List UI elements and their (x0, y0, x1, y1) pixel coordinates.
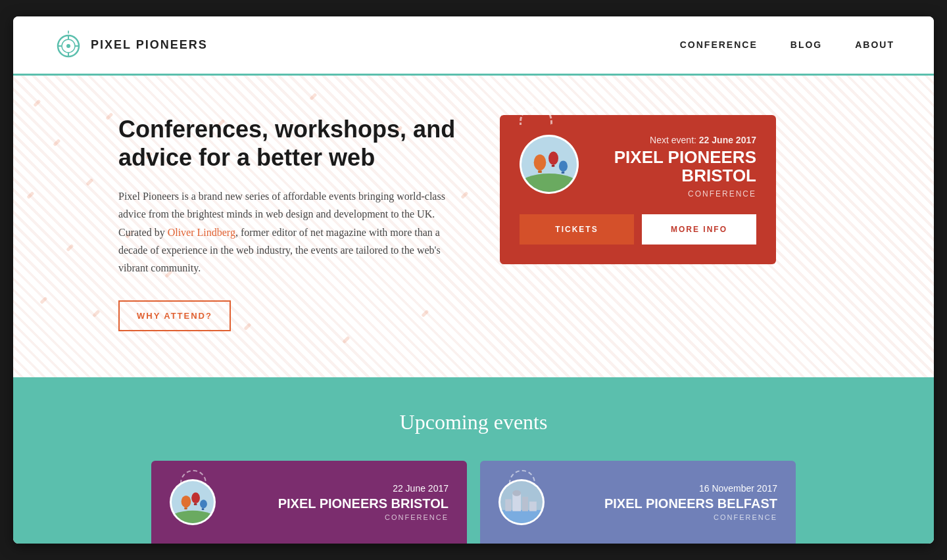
svg-point-31 (559, 160, 568, 172)
svg-point-27 (534, 154, 546, 170)
bristol-tile-icon (172, 481, 214, 523)
svg-rect-45 (522, 497, 528, 511)
event-type: CONFERENCE (592, 189, 756, 198)
bristol-badge-icon (522, 137, 577, 192)
nav-conference[interactable]: CONFERENCE (680, 39, 758, 50)
author-link[interactable]: Oliver Lindberg (168, 227, 235, 238)
event-actions: TICKETS MORE INFO (520, 214, 756, 245)
belfast-type: CONFERENCE (555, 513, 777, 521)
svg-rect-38 (194, 503, 197, 505)
svg-rect-32 (562, 172, 565, 174)
bristol-tile-badge-wrapper (170, 479, 216, 525)
svg-rect-43 (505, 500, 511, 511)
svg-rect-15 (92, 310, 100, 317)
belfast-name: PIXEL PIONEERS BELFAST (555, 496, 777, 511)
tickets-button[interactable]: TICKETS (520, 214, 634, 245)
bristol-date: 22 June 2017 (226, 483, 449, 494)
svg-rect-8 (53, 139, 61, 147)
upcoming-title: Upcoming events (66, 410, 881, 434)
hero-heading: Conferences, workshops, and advice for a… (118, 115, 460, 172)
svg-rect-20 (309, 93, 317, 101)
event-card: Next event: 22 June 2017 PIXEL PIONEERS … (500, 115, 776, 264)
svg-rect-12 (105, 112, 113, 120)
belfast-event-tile[interactable]: 16 November 2017 PIXEL PIONEERS BELFAST … (480, 461, 796, 544)
browser-frame: PIXEL PIONEERS CONFERENCE BLOG ABOUT (13, 16, 934, 544)
svg-rect-40 (202, 508, 205, 510)
event-name: PIXEL PIONEERS BRISTOL (592, 148, 756, 185)
upcoming-section: Upcoming events (13, 377, 934, 544)
svg-point-6 (66, 44, 70, 48)
svg-rect-21 (342, 336, 350, 344)
svg-point-37 (191, 493, 200, 503)
hero-section: Conferences, workshops, and advice for a… (13, 76, 934, 377)
svg-rect-10 (66, 244, 74, 252)
svg-point-47 (512, 490, 521, 496)
main-nav: CONFERENCE BLOG ABOUT (680, 39, 894, 50)
belfast-tile-badge-wrapper (498, 479, 545, 525)
events-grid: 22 June 2017 PIXEL PIONEERS BRISTOL CONF… (66, 461, 881, 544)
nav-about[interactable]: ABOUT (855, 39, 894, 50)
event-text: Next event: 22 June 2017 PIXEL PIONEERS … (592, 135, 756, 198)
svg-rect-13 (85, 178, 93, 186)
hero-left: Conferences, workshops, and advice for a… (118, 115, 460, 331)
svg-point-29 (548, 151, 558, 165)
belfast-tile-text: 16 November 2017 PIXEL PIONEERS BELFAST … (555, 483, 777, 521)
bristol-tile-badge (170, 479, 216, 525)
logo-icon (53, 29, 84, 60)
svg-point-35 (182, 496, 191, 507)
svg-rect-30 (552, 165, 555, 167)
site-header: PIXEL PIONEERS CONFERENCE BLOG ABOUT (13, 16, 934, 76)
svg-rect-7 (33, 99, 41, 107)
event-badge (520, 135, 579, 194)
svg-rect-46 (529, 502, 537, 511)
svg-rect-24 (460, 191, 468, 199)
event-card-dashes (520, 105, 552, 125)
svg-rect-28 (538, 170, 542, 173)
logo-text: PIXEL PIONEERS (91, 38, 208, 52)
logo[interactable]: PIXEL PIONEERS (53, 29, 208, 60)
more-info-button[interactable]: MORE INFO (642, 214, 756, 245)
svg-rect-36 (184, 507, 187, 509)
bristol-tile-text: 22 June 2017 PIXEL PIONEERS BRISTOL CONF… (226, 483, 449, 521)
bristol-type: CONFERENCE (226, 513, 449, 521)
svg-point-39 (200, 500, 207, 508)
bristol-event-tile[interactable]: 22 June 2017 PIXEL PIONEERS BRISTOL CONF… (151, 461, 467, 544)
event-next-label: Next event: 22 June 2017 (592, 135, 756, 145)
belfast-date: 16 November 2017 (555, 483, 777, 494)
svg-rect-11 (39, 296, 47, 304)
svg-point-26 (522, 174, 577, 192)
belfast-tile-icon (500, 481, 543, 523)
bristol-name: PIXEL PIONEERS BRISTOL (226, 496, 449, 511)
nav-blog[interactable]: BLOG (790, 39, 822, 50)
svg-rect-9 (26, 191, 34, 199)
why-attend-button[interactable]: WHY ATTEND? (118, 300, 231, 331)
hero-description: Pixel Pioneers is a brand new series of … (118, 187, 460, 277)
event-card-inner: Next event: 22 June 2017 PIXEL PIONEERS … (520, 135, 756, 198)
belfast-tile-badge (498, 479, 545, 525)
svg-rect-42 (500, 510, 543, 523)
